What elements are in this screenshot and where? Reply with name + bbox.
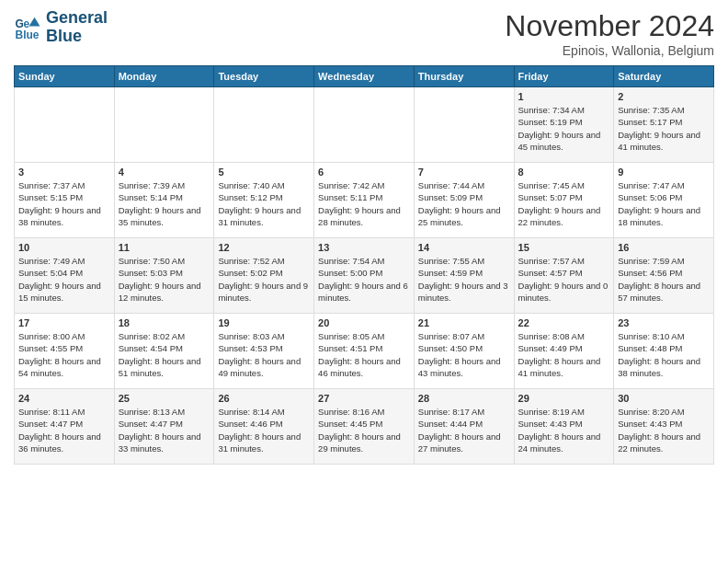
day-cell — [414, 87, 514, 163]
day-cell: 29Sunrise: 8:19 AM Sunset: 4:43 PM Dayli… — [514, 389, 614, 465]
weekday-header-friday: Friday — [514, 66, 614, 87]
weekday-header-row: SundayMondayTuesdayWednesdayThursdayFrid… — [15, 66, 714, 87]
location-subtitle: Epinois, Wallonia, Belgium — [505, 43, 714, 58]
logo-line2: Blue — [46, 28, 108, 46]
day-number: 13 — [318, 242, 410, 253]
week-row-1: 1Sunrise: 7:34 AM Sunset: 5:19 PM Daylig… — [15, 87, 714, 163]
day-number: 2 — [618, 91, 710, 102]
week-row-4: 17Sunrise: 8:00 AM Sunset: 4:55 PM Dayli… — [15, 314, 714, 389]
day-info: Sunrise: 7:57 AM Sunset: 4:57 PM Dayligh… — [518, 255, 610, 304]
logo-text: General Blue — [46, 9, 108, 46]
day-cell: 2Sunrise: 7:35 AM Sunset: 5:17 PM Daylig… — [614, 87, 714, 163]
day-cell: 22Sunrise: 8:08 AM Sunset: 4:49 PM Dayli… — [514, 314, 614, 389]
day-number: 9 — [618, 167, 710, 178]
day-number: 16 — [618, 242, 710, 253]
day-info: Sunrise: 8:11 AM Sunset: 4:47 PM Dayligh… — [18, 406, 110, 454]
day-info: Sunrise: 8:03 AM Sunset: 4:53 PM Dayligh… — [218, 330, 310, 379]
day-cell — [114, 87, 214, 163]
month-title: November 2024 — [505, 9, 714, 43]
day-info: Sunrise: 7:59 AM Sunset: 4:56 PM Dayligh… — [618, 255, 710, 304]
day-info: Sunrise: 8:08 AM Sunset: 4:49 PM Dayligh… — [518, 330, 610, 379]
day-number: 5 — [218, 167, 310, 178]
day-cell: 27Sunrise: 8:16 AM Sunset: 4:45 PM Dayli… — [314, 389, 415, 465]
day-number: 6 — [318, 167, 410, 178]
weekday-header-thursday: Thursday — [414, 66, 514, 87]
day-number: 22 — [518, 317, 610, 328]
week-row-3: 10Sunrise: 7:49 AM Sunset: 5:04 PM Dayli… — [15, 238, 714, 314]
day-number: 12 — [218, 242, 310, 253]
day-cell: 24Sunrise: 8:11 AM Sunset: 4:47 PM Dayli… — [15, 389, 115, 465]
day-cell: 5Sunrise: 7:40 AM Sunset: 5:12 PM Daylig… — [214, 163, 314, 238]
day-number: 14 — [418, 242, 510, 253]
day-number: 27 — [318, 393, 410, 404]
day-info: Sunrise: 8:20 AM Sunset: 4:43 PM Dayligh… — [618, 406, 710, 454]
day-cell: 19Sunrise: 8:03 AM Sunset: 4:53 PM Dayli… — [214, 314, 314, 389]
day-number: 23 — [618, 317, 710, 328]
day-number: 15 — [518, 242, 610, 253]
day-cell: 7Sunrise: 7:44 AM Sunset: 5:09 PM Daylig… — [414, 163, 514, 238]
day-info: Sunrise: 7:45 AM Sunset: 5:07 PM Dayligh… — [518, 179, 610, 228]
day-cell: 9Sunrise: 7:47 AM Sunset: 5:06 PM Daylig… — [614, 163, 714, 238]
day-cell: 26Sunrise: 8:14 AM Sunset: 4:46 PM Dayli… — [214, 389, 314, 465]
week-row-5: 24Sunrise: 8:11 AM Sunset: 4:47 PM Dayli… — [15, 389, 714, 465]
day-cell: 23Sunrise: 8:10 AM Sunset: 4:48 PM Dayli… — [614, 314, 714, 389]
day-cell: 16Sunrise: 7:59 AM Sunset: 4:56 PM Dayli… — [614, 238, 714, 314]
day-cell: 11Sunrise: 7:50 AM Sunset: 5:03 PM Dayli… — [114, 238, 214, 314]
day-info: Sunrise: 8:14 AM Sunset: 4:46 PM Dayligh… — [218, 406, 310, 454]
day-cell: 1Sunrise: 7:34 AM Sunset: 5:19 PM Daylig… — [514, 87, 614, 163]
day-cell: 8Sunrise: 7:45 AM Sunset: 5:07 PM Daylig… — [514, 163, 614, 238]
day-cell: 15Sunrise: 7:57 AM Sunset: 4:57 PM Dayli… — [514, 238, 614, 314]
day-cell: 4Sunrise: 7:39 AM Sunset: 5:14 PM Daylig… — [114, 163, 214, 238]
day-number: 3 — [18, 167, 110, 178]
day-info: Sunrise: 7:40 AM Sunset: 5:12 PM Dayligh… — [218, 179, 310, 228]
day-number: 24 — [18, 393, 110, 404]
day-info: Sunrise: 7:35 AM Sunset: 5:17 PM Dayligh… — [618, 104, 710, 153]
day-number: 20 — [318, 317, 410, 328]
day-cell: 21Sunrise: 8:07 AM Sunset: 4:50 PM Dayli… — [414, 314, 514, 389]
page-container: G e Blue General Blue November 2024 Epin… — [0, 0, 728, 474]
day-cell: 28Sunrise: 8:17 AM Sunset: 4:44 PM Dayli… — [414, 389, 514, 465]
day-info: Sunrise: 7:47 AM Sunset: 5:06 PM Dayligh… — [618, 179, 710, 228]
day-number: 19 — [218, 317, 310, 328]
day-info: Sunrise: 7:49 AM Sunset: 5:04 PM Dayligh… — [18, 255, 110, 304]
day-cell: 18Sunrise: 8:02 AM Sunset: 4:54 PM Dayli… — [114, 314, 214, 389]
logo: G e Blue General Blue — [14, 9, 108, 46]
day-cell: 25Sunrise: 8:13 AM Sunset: 4:47 PM Dayli… — [114, 389, 214, 465]
day-number: 4 — [119, 167, 210, 178]
day-number: 26 — [218, 393, 310, 404]
day-info: Sunrise: 7:54 AM Sunset: 5:00 PM Dayligh… — [318, 255, 410, 304]
day-info: Sunrise: 8:07 AM Sunset: 4:50 PM Dayligh… — [418, 330, 510, 379]
day-number: 8 — [518, 167, 610, 178]
day-number: 29 — [518, 393, 610, 404]
day-number: 21 — [418, 317, 510, 328]
weekday-header-wednesday: Wednesday — [314, 66, 415, 87]
day-cell: 14Sunrise: 7:55 AM Sunset: 4:59 PM Dayli… — [414, 238, 514, 314]
day-info: Sunrise: 8:13 AM Sunset: 4:47 PM Dayligh… — [119, 406, 210, 454]
day-info: Sunrise: 7:50 AM Sunset: 5:03 PM Dayligh… — [119, 255, 210, 304]
day-info: Sunrise: 8:19 AM Sunset: 4:43 PM Dayligh… — [518, 406, 610, 454]
day-cell: 13Sunrise: 7:54 AM Sunset: 5:00 PM Dayli… — [314, 238, 415, 314]
weekday-header-monday: Monday — [114, 66, 214, 87]
day-info: Sunrise: 8:17 AM Sunset: 4:44 PM Dayligh… — [418, 406, 510, 454]
day-cell — [15, 87, 115, 163]
day-info: Sunrise: 7:44 AM Sunset: 5:09 PM Dayligh… — [418, 179, 510, 228]
logo-line1: General — [46, 9, 108, 28]
day-number: 10 — [18, 242, 110, 253]
day-info: Sunrise: 8:00 AM Sunset: 4:55 PM Dayligh… — [18, 330, 110, 379]
day-cell: 17Sunrise: 8:00 AM Sunset: 4:55 PM Dayli… — [15, 314, 115, 389]
day-number: 18 — [119, 317, 210, 328]
day-cell: 30Sunrise: 8:20 AM Sunset: 4:43 PM Dayli… — [614, 389, 714, 465]
day-cell: 10Sunrise: 7:49 AM Sunset: 5:04 PM Dayli… — [15, 238, 115, 314]
day-number: 25 — [119, 393, 210, 404]
day-number: 1 — [518, 91, 610, 102]
day-info: Sunrise: 7:55 AM Sunset: 4:59 PM Dayligh… — [418, 255, 510, 304]
logo-icon: G e Blue — [14, 14, 41, 41]
day-cell: 6Sunrise: 7:42 AM Sunset: 5:11 PM Daylig… — [314, 163, 415, 238]
day-info: Sunrise: 7:39 AM Sunset: 5:14 PM Dayligh… — [119, 179, 210, 228]
day-number: 30 — [618, 393, 710, 404]
day-number: 7 — [418, 167, 510, 178]
day-info: Sunrise: 7:37 AM Sunset: 5:15 PM Dayligh… — [18, 179, 110, 228]
weekday-header-saturday: Saturday — [614, 66, 714, 87]
svg-text:Blue: Blue — [16, 29, 40, 41]
day-number: 17 — [18, 317, 110, 328]
